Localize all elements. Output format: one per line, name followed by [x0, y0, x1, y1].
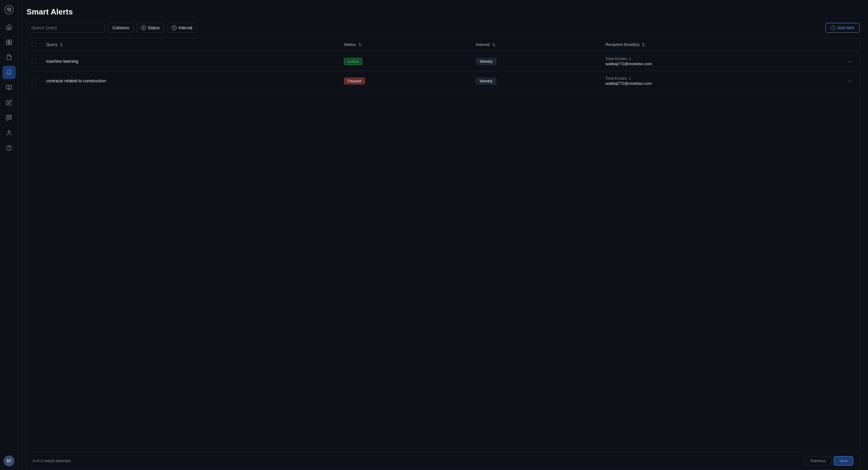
interval-plus-icon: +	[172, 25, 177, 30]
interval-sort-icon: ⇅	[492, 42, 495, 47]
sidebar-item-library[interactable]	[2, 81, 16, 94]
add-alert-label: Add Alert	[837, 25, 855, 30]
main-content: Smart Alerts Columns + Status + Interval…	[18, 0, 868, 470]
actions-column-header	[840, 38, 859, 52]
query-column-header[interactable]: Query ⇅	[41, 38, 339, 52]
search-input[interactable]	[27, 23, 105, 33]
alerts-table: Query ⇅ Status ⇅ Interval ⇅ Recipient	[27, 38, 859, 91]
alerts-table-container: Query ⇅ Status ⇅ Interval ⇅ Recipient	[27, 38, 860, 470]
status-sort-icon: ⇅	[358, 42, 361, 47]
interval-filter-button[interactable]: + Interval	[167, 23, 197, 33]
svg-point-10	[6, 145, 11, 150]
svg-rect-3	[9, 40, 11, 42]
query-cell: contracts related to construction	[41, 71, 339, 91]
interval-badge: Weekly	[476, 78, 496, 85]
selection-status: 0 of 2 row(s) selected.	[33, 459, 71, 463]
sidebar-item-widget[interactable]	[2, 36, 16, 49]
more-options-button[interactable]: ···	[845, 77, 855, 85]
query-sort-icon: ⇅	[60, 42, 63, 47]
recipient-block: Total Emails: 1 watibaj772@modotso.com	[606, 76, 835, 86]
sidebar-item-alerts[interactable]	[2, 66, 16, 79]
user-avatar[interactable]: ST	[4, 456, 14, 466]
sidebar-item-home[interactable]	[2, 21, 16, 34]
status-cell: Paused	[339, 71, 471, 91]
status-label: Status	[148, 25, 160, 30]
interval-column-header[interactable]: Interval ⇅	[471, 38, 601, 52]
table-row: contracts related to constructionPausedW…	[27, 71, 859, 91]
select-all-checkbox[interactable]	[32, 42, 36, 47]
sidebar-item-analytics[interactable]	[2, 111, 16, 124]
interval-cell: Weekly	[471, 71, 601, 91]
svg-rect-6	[6, 115, 8, 117]
more-options-button[interactable]: ···	[845, 57, 855, 65]
previous-button[interactable]: Previous	[805, 456, 832, 466]
recipients-sort-icon: ⇅	[642, 42, 645, 47]
add-alert-plus-icon: +	[831, 25, 835, 30]
svg-rect-4	[6, 42, 9, 45]
status-badge: Paused	[344, 78, 365, 85]
sidebar: ST	[0, 0, 18, 470]
next-button[interactable]: Next	[834, 456, 853, 466]
email-text: watibaj772@modotso.com	[606, 81, 835, 86]
svg-rect-7	[9, 115, 11, 117]
sidebar-item-help[interactable]	[2, 141, 16, 154]
select-all-header	[27, 38, 41, 52]
status-filter-button[interactable]: + Status	[136, 23, 164, 33]
interval-badge: Weekly	[476, 58, 496, 65]
email-text: watibaj772@modotso.com	[606, 62, 835, 66]
sidebar-item-documents[interactable]	[2, 51, 16, 64]
app-logo	[3, 4, 15, 16]
columns-label: Columns	[113, 25, 129, 30]
recipients-column-header[interactable]: Recipient Email(s) ⇅	[601, 38, 840, 52]
sidebar-item-user[interactable]	[2, 126, 16, 139]
recipients-cell: Total Emails: 1 watibaj772@modotso.com	[601, 71, 840, 91]
svg-rect-8	[6, 118, 8, 120]
interval-cell: Weekly	[471, 52, 601, 71]
status-cell: Active	[339, 52, 471, 71]
svg-rect-5	[9, 42, 11, 45]
sidebar-item-notebook[interactable]	[2, 96, 16, 109]
columns-button[interactable]: Columns	[108, 23, 133, 33]
interval-label: Interval	[179, 25, 192, 30]
row-checkbox[interactable]	[32, 59, 36, 64]
total-emails-text: Total Emails: 1	[606, 76, 835, 81]
pagination-controls: Previous Next	[805, 456, 853, 466]
total-emails-text: Total Emails: 1	[606, 56, 835, 61]
table-scroll-area: Query ⇅ Status ⇅ Interval ⇅ Recipient	[27, 38, 859, 451]
row-checkbox[interactable]	[32, 79, 36, 83]
toolbar: Columns + Status + Interval + Add Alert	[27, 23, 860, 33]
query-cell: machine learning	[41, 52, 339, 71]
recipient-block: Total Emails: 1 watibaj772@modotso.com	[606, 56, 835, 66]
status-badge: Active	[344, 58, 362, 65]
table-row: machine learningActiveWeekly Total Email…	[27, 52, 859, 71]
add-alert-button[interactable]: + Add Alert	[826, 23, 860, 33]
page-title: Smart Alerts	[27, 7, 860, 17]
actions-cell: ···	[840, 52, 859, 71]
status-column-header[interactable]: Status ⇅	[339, 38, 471, 52]
recipients-cell: Total Emails: 1 watibaj772@modotso.com	[601, 52, 840, 71]
actions-cell: ···	[840, 71, 859, 91]
status-plus-icon: +	[141, 25, 146, 30]
svg-rect-2	[6, 40, 9, 42]
table-footer: 0 of 2 row(s) selected. Previous Next	[27, 451, 859, 470]
svg-point-9	[8, 130, 10, 133]
